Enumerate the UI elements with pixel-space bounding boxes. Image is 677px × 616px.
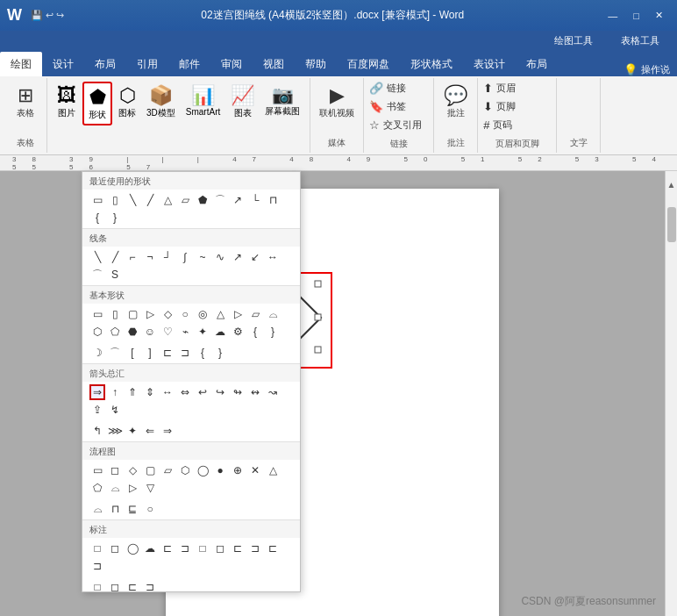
callout-extra4[interactable]: ⊐ xyxy=(142,579,158,592)
basic-brace1[interactable]: { xyxy=(247,324,263,340)
basic-rtri[interactable]: ▷ xyxy=(230,306,246,322)
callout-accent2[interactable]: ⊐ xyxy=(89,558,105,574)
flow-arrow[interactable]: ▷ xyxy=(125,480,140,496)
arrow-bent[interactable]: ↩ xyxy=(195,384,210,400)
shape-rect2[interactable]: ▯ xyxy=(107,192,123,208)
arrow-quad[interactable]: ✦ xyxy=(125,423,140,439)
shape-line2[interactable]: ╱ xyxy=(142,192,158,208)
btn-smartart[interactable]: 📊 SmartArt xyxy=(182,82,224,119)
flow-tri2[interactable]: ▽ xyxy=(142,480,158,496)
tab-layout[interactable]: 布局 xyxy=(84,52,126,76)
callout-extra2[interactable]: ◻ xyxy=(107,579,123,592)
flow-para[interactable]: ▱ xyxy=(160,462,175,478)
tab-shape-format[interactable]: 形状格式 xyxy=(400,52,463,76)
flow-tri[interactable]: △ xyxy=(265,462,281,478)
callout-arrow2[interactable]: ⊐ xyxy=(177,541,193,556)
shape-diamond[interactable]: ⬟ xyxy=(195,192,210,208)
callout-arrow4[interactable]: ◻ xyxy=(212,541,228,556)
tab-review[interactable]: 审阅 xyxy=(210,52,253,76)
v-scrollbar[interactable]: ▲ ▼ xyxy=(665,171,677,616)
btn-screenshot[interactable]: 📷 屏幕截图 xyxy=(260,82,304,120)
line-angle2[interactable]: ¬ xyxy=(142,249,158,265)
arrow-chevron[interactable]: ⋙ xyxy=(107,423,123,439)
shape-rect[interactable]: ▭ xyxy=(89,192,105,208)
basic-oct[interactable]: ⬣ xyxy=(125,324,140,340)
arrow-right2[interactable]: ⇒ xyxy=(160,423,175,439)
btn-header[interactable]: ⬆ 页眉 xyxy=(481,81,552,96)
basic-cloud[interactable]: ☁ xyxy=(212,324,228,340)
arrow-ud[interactable]: ⇕ xyxy=(142,384,158,400)
basic-hex[interactable]: ⬡ xyxy=(89,324,105,340)
shape-brace-open[interactable]: { xyxy=(89,210,105,226)
btn-bookmark[interactable]: 🔖 书签 xyxy=(367,99,430,114)
flow-doc[interactable]: ⌓ xyxy=(89,501,105,517)
btn-3d[interactable]: 📦 3D模型 xyxy=(142,82,180,122)
arrow-dbl-up[interactable]: ⇑ xyxy=(125,384,140,400)
callout-arrow1[interactable]: ⊏ xyxy=(160,541,175,556)
flow-rect[interactable]: ▭ xyxy=(89,462,105,478)
flow-multidoc[interactable]: ⊓ xyxy=(107,501,123,517)
callout-oval[interactable]: ◯ xyxy=(125,541,140,556)
tab-layout2[interactable]: 布局 xyxy=(516,52,558,76)
arrow-bent2[interactable]: ↪ xyxy=(212,384,228,400)
btn-chart[interactable]: 📈 图表 xyxy=(226,82,259,122)
basic-star4[interactable]: ✦ xyxy=(195,324,210,340)
basic-moon[interactable]: ☽ xyxy=(89,345,105,361)
basic-rect[interactable]: ▭ xyxy=(89,306,105,322)
shape-corner[interactable]: └ xyxy=(247,192,263,208)
callout-cloud[interactable]: ☁ xyxy=(142,541,158,556)
basic-brace2[interactable]: } xyxy=(265,324,281,340)
basic-rect2[interactable]: ▯ xyxy=(107,306,123,322)
callout-arrow3[interactable]: □ xyxy=(195,541,210,556)
btn-picture[interactable]: 🖼 图片 xyxy=(53,82,81,122)
basic-smface[interactable]: ☺ xyxy=(142,324,158,340)
line-step[interactable]: ┘ xyxy=(160,249,175,265)
arrow-curved[interactable]: ↭ xyxy=(247,384,263,400)
basic-heart[interactable]: ♡ xyxy=(160,324,175,340)
shape-box[interactable]: ⊓ xyxy=(265,192,281,208)
tab-view[interactable]: 视图 xyxy=(253,52,295,76)
callout-round[interactable]: ◻ xyxy=(107,541,123,556)
line-wave[interactable]: ~ xyxy=(195,249,210,265)
basic-bracket1[interactable]: [ xyxy=(125,345,140,361)
scrollbar-thumb[interactable] xyxy=(667,207,676,242)
basic-frame[interactable]: ⊏ xyxy=(160,345,175,361)
btn-icon[interactable]: ⬡ 图标 xyxy=(114,82,140,122)
flow-roundrect[interactable]: ▢ xyxy=(142,462,158,478)
btn-comment[interactable]: 💬 批注 xyxy=(440,82,471,122)
basic-frame2[interactable]: ⊐ xyxy=(177,345,193,361)
btn-pagenum[interactable]: # 页码 xyxy=(481,118,552,133)
arrow-tri-up[interactable]: ⇪ xyxy=(89,402,105,418)
shape-curve[interactable]: ↗ xyxy=(230,192,246,208)
flow-rect2[interactable]: ◻ xyxy=(107,462,123,478)
tab-ref[interactable]: 引用 xyxy=(126,52,168,76)
callout-extra1[interactable]: □ xyxy=(89,579,105,592)
line-elbow[interactable]: ⌒ xyxy=(89,267,105,283)
basic-brace4[interactable]: { xyxy=(195,345,210,361)
flow-trap[interactable]: ⌓ xyxy=(107,480,123,496)
close-btn[interactable]: ✕ xyxy=(648,8,670,23)
shape-line1[interactable]: ╲ xyxy=(125,192,140,208)
basic-circle[interactable]: ○ xyxy=(177,306,193,322)
line-s[interactable]: S xyxy=(107,267,123,283)
arrow-up[interactable]: ↑ xyxy=(107,384,123,400)
basic-pent[interactable]: ⬠ xyxy=(107,324,123,340)
shape-brace-close[interactable]: } xyxy=(107,210,123,226)
minimize-btn[interactable]: — xyxy=(601,9,624,23)
line-arrow2[interactable]: ↙ xyxy=(247,249,263,265)
btn-footer[interactable]: ⬇ 页脚 xyxy=(481,99,552,114)
tab-mail[interactable]: 邮件 xyxy=(168,52,210,76)
flow-x[interactable]: ✕ xyxy=(247,462,263,478)
arrow-dbl-lr[interactable]: ⇔ xyxy=(177,384,193,400)
btn-crossref[interactable]: ☆ 交叉引用 xyxy=(367,118,430,133)
line-angle1[interactable]: ⌐ xyxy=(125,249,140,265)
line-curve1[interactable]: ∫ xyxy=(177,249,193,265)
scrollbar-up-arrow[interactable]: ▲ xyxy=(667,180,676,190)
basic-lightning[interactable]: ⌁ xyxy=(177,324,193,340)
callout-line1[interactable]: ⊏ xyxy=(230,541,246,556)
arrow-right-btn[interactable]: ⇒ xyxy=(89,384,105,400)
callout-extra3[interactable]: ⊏ xyxy=(125,579,140,592)
arrow-notch[interactable]: ↰ xyxy=(89,423,105,439)
flow-ellipse[interactable]: ◯ xyxy=(195,462,210,478)
shape-arc[interactable]: ⌒ xyxy=(212,192,228,208)
